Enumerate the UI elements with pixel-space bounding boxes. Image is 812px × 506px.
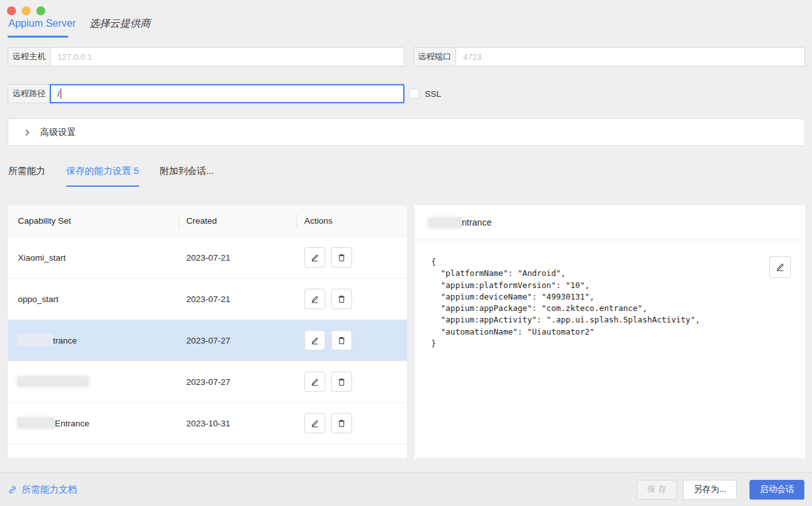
capability-json: { "platformName": "Android", "appium:pla… <box>431 256 788 349</box>
capability-detail-panel: ntrance { "platformName": "Android", "ap… <box>415 205 805 458</box>
minimize-window-icon[interactable] <box>22 6 31 15</box>
capability-set-name: trance <box>8 335 179 345</box>
delete-capability-button[interactable] <box>331 289 352 309</box>
ssl-option: SSL <box>409 84 441 103</box>
delete-capability-button[interactable] <box>331 247 352 268</box>
capability-detail-title: ntrance <box>415 205 805 240</box>
advanced-settings-label: 高级设置 <box>40 127 76 138</box>
edit-capability-button[interactable] <box>304 413 325 433</box>
remote-path-label: 远程路径 <box>8 84 50 103</box>
created-date: 2023-10-31 <box>179 419 297 428</box>
redacted-text <box>18 335 53 345</box>
remote-path-input[interactable]: / <box>50 84 404 103</box>
remote-host-group: 远程主机 <box>8 47 404 66</box>
created-date: 2023-07-27 <box>179 377 297 387</box>
remote-host-input[interactable] <box>50 47 404 66</box>
save-button[interactable]: 保 存 <box>637 480 677 500</box>
capability-set-name: Entrance <box>8 418 179 428</box>
remote-path-value: / <box>57 89 60 99</box>
remote-port-label: 远程端口 <box>413 47 455 66</box>
link-icon <box>8 485 17 495</box>
table-header: Capability Set Created Actions <box>8 205 407 237</box>
capability-tabs: 所需能力 保存的能力设置 5 附加到会话... <box>8 165 235 187</box>
delete-capability-button[interactable] <box>331 372 352 392</box>
start-session-button[interactable]: 启动会话 <box>749 480 804 500</box>
capability-set-name: oppo_start <box>8 294 179 304</box>
table-row[interactable]: 2023-07-27 <box>8 361 407 403</box>
edit-json-button[interactable] <box>769 256 791 278</box>
footer-bar: 所需能力文档 保 存 另存为... 启动会话 <box>0 472 812 506</box>
tab-saved-capability-sets[interactable]: 保存的能力设置 5 <box>66 165 139 187</box>
created-date: 2023-07-21 <box>179 294 297 304</box>
edit-capability-button[interactable] <box>304 289 325 309</box>
created-date: 2023-07-27 <box>179 336 297 345</box>
delete-capability-button[interactable] <box>331 413 352 433</box>
save-as-button[interactable]: 另存为... <box>683 480 737 500</box>
column-header-capability-set: Capability Set <box>8 216 179 226</box>
edit-capability-button[interactable] <box>304 247 325 268</box>
text-caret <box>61 89 62 99</box>
redacted-text <box>18 418 55 428</box>
advanced-settings-panel[interactable]: 高级设置 <box>8 119 805 146</box>
table-row[interactable]: oppo_start 2023-07-21 <box>8 278 407 320</box>
redacted-text <box>18 377 88 386</box>
tab-cloud-provider[interactable]: 选择云提供商 <box>89 17 151 30</box>
remote-host-label: 远程主机 <box>8 47 50 66</box>
edit-capability-button[interactable] <box>304 372 325 392</box>
remote-port-group: 远程端口 <box>413 47 805 66</box>
table-row[interactable]: Xiaomi_start 2023-07-21 <box>8 237 407 278</box>
tab-attach-to-session[interactable]: 附加到会话... <box>160 165 214 187</box>
close-window-icon[interactable] <box>7 6 16 15</box>
capability-set-name: Xiaomi_start <box>8 253 179 263</box>
table-row-selected[interactable]: trance 2023-07-27 <box>8 320 407 361</box>
ssl-label: SSL <box>425 89 441 99</box>
chevron-right-icon <box>24 129 31 136</box>
remote-path-group: 远程路径 / <box>8 84 404 103</box>
capability-set-table: Capability Set Created Actions Xiaomi_st… <box>8 205 407 458</box>
zoom-window-icon[interactable] <box>36 6 45 15</box>
created-date: 2023-07-21 <box>179 253 297 263</box>
desired-capabilities-doc-link[interactable]: 所需能力文档 <box>8 484 77 496</box>
active-tab-underline <box>8 36 68 38</box>
doc-link-label: 所需能力文档 <box>22 484 77 496</box>
edit-capability-button[interactable] <box>304 330 325 351</box>
capability-set-name <box>8 377 179 387</box>
column-header-created: Created <box>179 216 297 226</box>
table-row[interactable]: Entrance 2023-10-31 <box>8 403 407 444</box>
remote-port-input[interactable] <box>455 47 805 66</box>
redacted-text <box>429 218 462 228</box>
column-header-actions: Actions <box>297 216 407 226</box>
tab-desired-capabilities[interactable]: 所需能力 <box>8 165 45 187</box>
tab-appium-server[interactable]: Appium Server <box>8 17 76 30</box>
window-controls <box>7 6 45 15</box>
ssl-checkbox[interactable] <box>409 89 419 99</box>
delete-capability-button[interactable] <box>331 330 352 351</box>
